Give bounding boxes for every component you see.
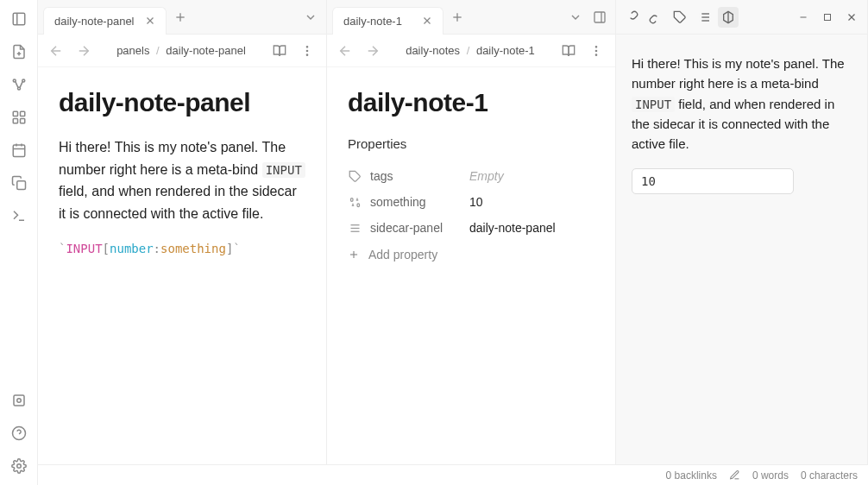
new-tab-icon[interactable]	[170, 7, 191, 28]
number-input[interactable]	[632, 168, 794, 194]
add-property-label: Add property	[368, 248, 437, 261]
reading-mode-icon[interactable]	[269, 41, 290, 61]
sidecar-inline-code: INPUT	[632, 97, 675, 112]
svg-point-41	[595, 46, 596, 47]
more-options-icon[interactable]	[586, 41, 607, 61]
svg-point-23	[16, 464, 21, 469]
tab-daily-note-1[interactable]: daily-note-1	[332, 7, 443, 35]
nav-forward-icon[interactable]	[74, 41, 93, 60]
plus-icon	[348, 249, 360, 261]
tab-list-icon[interactable]	[300, 7, 321, 28]
status-words-label: 0 words	[752, 469, 789, 482]
svg-point-5	[17, 87, 20, 90]
code-field-name: something	[160, 242, 226, 255]
new-tab-icon[interactable]	[447, 7, 468, 28]
breadcrumb-parent: daily-notes	[406, 44, 460, 57]
property-value[interactable]: Empty	[469, 169, 594, 183]
code-keyword: INPUT	[66, 242, 102, 255]
breadcrumb[interactable]: panels / daily-note-panel	[102, 44, 261, 57]
breadcrumb-parent: panels	[116, 44, 149, 57]
svg-line-7	[15, 82, 17, 88]
graph-icon[interactable]	[7, 72, 31, 97]
help-icon[interactable]	[7, 421, 31, 445]
svg-rect-13	[13, 145, 25, 157]
svg-point-32	[306, 54, 307, 55]
svg-point-42	[595, 50, 596, 51]
svg-point-30	[306, 46, 307, 47]
breadcrumb-separator: /	[156, 44, 160, 57]
svg-rect-11	[13, 119, 17, 123]
status-backlinks-label: 0 backlinks	[666, 469, 717, 482]
svg-point-20	[16, 399, 21, 403]
window-close-icon[interactable]	[841, 7, 862, 28]
page-title[interactable]: daily-note-panel	[59, 88, 305, 117]
svg-rect-0	[13, 13, 25, 25]
add-property-button[interactable]: Add property	[348, 248, 594, 261]
svg-rect-61	[825, 14, 831, 20]
properties-heading[interactable]: Properties	[348, 136, 594, 151]
svg-rect-17	[16, 181, 25, 190]
property-value[interactable]: daily-note-panel	[469, 221, 594, 235]
svg-point-4	[13, 79, 16, 82]
tag-icon	[348, 170, 362, 183]
property-row-sidecar-panel[interactable]: sidecar-paneldaily-note-panel	[348, 215, 594, 241]
tab-daily-note-panel[interactable]: daily-note-panel	[43, 7, 167, 35]
property-key[interactable]: sidecar-panel	[370, 221, 461, 235]
calendar-icon[interactable]	[7, 138, 31, 162]
svg-rect-9	[13, 111, 17, 116]
sidecar-text-pre: Hi there! This is my note's panel. The n…	[632, 56, 845, 91]
nav-back-icon[interactable]	[47, 41, 66, 60]
property-row-tags[interactable]: tagsEmpty	[348, 163, 594, 189]
breadcrumb-current: daily-note-panel	[166, 44, 246, 57]
note-body[interactable]: Hi there! This is my note's panel. The n…	[59, 136, 305, 224]
tab-title: daily-note-1	[343, 15, 413, 28]
property-row-something[interactable]: something10	[348, 189, 594, 215]
tag-pane-icon[interactable]	[670, 7, 690, 28]
reading-mode-icon[interactable]	[558, 41, 579, 61]
svg-point-6	[22, 79, 24, 82]
tab-close-icon[interactable]	[420, 14, 434, 28]
tab-close-icon[interactable]	[143, 14, 157, 28]
outgoing-links-icon[interactable]	[621, 7, 642, 28]
inline-code: INPUT	[262, 162, 305, 178]
terminal-icon[interactable]	[7, 204, 31, 228]
status-characters-label: 0 characters	[801, 469, 858, 482]
outline-icon[interactable]	[694, 7, 714, 28]
breadcrumb-current: daily-note-1	[476, 44, 535, 57]
binary-icon	[348, 196, 362, 209]
more-options-icon[interactable]	[297, 41, 318, 61]
property-key[interactable]: tags	[370, 169, 461, 183]
file-plus-icon[interactable]	[7, 40, 31, 64]
svg-rect-10	[20, 111, 24, 116]
status-edit-icon[interactable]	[729, 469, 740, 481]
settings-icon[interactable]	[7, 454, 31, 478]
status-characters[interactable]: 0 characters	[801, 469, 858, 482]
body-text-post: field, and when rendered in the sidecar …	[59, 184, 297, 221]
window-minimize-icon[interactable]	[793, 7, 814, 28]
property-key[interactable]: something	[370, 195, 461, 209]
svg-rect-12	[20, 119, 24, 123]
status-backlinks[interactable]: 0 backlinks	[666, 469, 717, 482]
nav-forward-icon[interactable]	[363, 41, 382, 60]
meta-bind-code-line[interactable]: `INPUT[number:something]`	[59, 242, 305, 255]
sidecar-panel-icon[interactable]	[718, 7, 739, 28]
canvas-icon[interactable]	[7, 105, 31, 129]
svg-rect-46	[357, 203, 360, 206]
breadcrumb[interactable]: daily-notes / daily-note-1	[391, 44, 550, 57]
svg-rect-37	[594, 12, 605, 22]
backlinks-icon[interactable]	[645, 7, 666, 28]
svg-point-31	[306, 50, 307, 51]
left-sidebar-toggle-icon[interactable]	[7, 7, 31, 31]
page-title[interactable]: daily-note-1	[348, 88, 594, 117]
sidecar-body: Hi there! This is my note's panel. The n…	[632, 54, 852, 154]
vault-icon[interactable]	[7, 388, 31, 413]
breadcrumb-separator: /	[467, 44, 470, 57]
copy-icon[interactable]	[7, 171, 31, 195]
property-value[interactable]: 10	[469, 195, 594, 209]
nav-back-icon[interactable]	[336, 41, 355, 60]
window-maximize-icon[interactable]	[817, 7, 838, 28]
right-sidebar-toggle-icon[interactable]	[589, 7, 610, 28]
svg-line-8	[20, 82, 22, 88]
tab-list-icon[interactable]	[565, 7, 586, 28]
status-words[interactable]: 0 words	[752, 469, 789, 482]
